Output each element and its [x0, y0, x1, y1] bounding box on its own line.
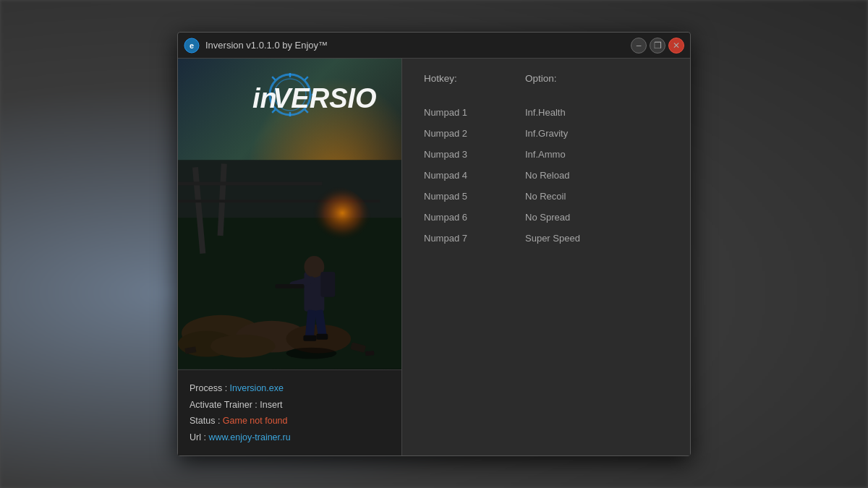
status-label: Status :	[190, 416, 223, 426]
table-row: Numpad 1 Inf.Health	[424, 103, 668, 122]
maximize-button[interactable]: ❒	[650, 38, 665, 53]
table-row: Numpad 5 No Recoil	[424, 187, 668, 206]
scene-svg	[178, 160, 401, 369]
hotkey-cell: Numpad 6	[424, 212, 525, 223]
window-body: in VERSION	[178, 59, 690, 455]
url-row: Url : www.enjoy-trainer.ru	[190, 429, 390, 446]
table-row: Numpad 3 Inf.Ammo	[424, 145, 668, 164]
url-value: www.enjoy-trainer.ru	[208, 432, 290, 442]
hotkey-cell: Numpad 5	[424, 191, 525, 202]
svg-point-20	[286, 185, 373, 265]
hotkey-cell: Numpad 2	[424, 128, 525, 139]
table-row: Numpad 6 No Spread	[424, 207, 668, 227]
svg-rect-34	[316, 334, 328, 340]
svg-rect-33	[303, 335, 316, 341]
svg-rect-28	[320, 272, 335, 297]
option-cell: Inf.Gravity	[525, 128, 668, 139]
minimize-button[interactable]: –	[631, 38, 647, 53]
table-header: Hotkey: Option:	[424, 73, 668, 88]
close-button[interactable]: ✕	[668, 38, 684, 53]
game-cover-inner: in VERSION	[178, 59, 401, 369]
hotkey-column-header: Hotkey:	[424, 73, 525, 84]
activate-row: Activate Trainer : Insert	[190, 397, 390, 414]
option-cell: Inf.Ammo	[525, 149, 668, 160]
hotkey-table: Hotkey: Option: Numpad 1 Inf.Health Nump…	[424, 73, 668, 248]
svg-rect-38	[365, 351, 374, 356]
option-cell: No Recoil	[525, 191, 668, 202]
info-panel: Process : Inversion.exe Activate Trainer…	[178, 369, 401, 455]
svg-text:VERSION: VERSION	[273, 83, 377, 114]
svg-point-25	[210, 335, 276, 358]
game-logo-svg: in VERSION	[203, 73, 377, 145]
svg-line-8	[272, 77, 275, 80]
hotkey-cell: Numpad 7	[424, 233, 525, 244]
option-cell: No Spread	[525, 212, 668, 223]
option-cell: No Reload	[525, 170, 668, 181]
process-value: Inversion.exe	[230, 383, 284, 393]
svg-rect-30	[276, 284, 305, 288]
scene-area	[178, 148, 401, 369]
hotkey-cell: Numpad 3	[424, 149, 525, 160]
process-row: Process : Inversion.exe	[190, 380, 390, 397]
left-panel: in VERSION	[178, 59, 402, 455]
game-logo-wrapper: in VERSION	[203, 73, 377, 148]
right-panel: Hotkey: Option: Numpad 1 Inf.Health Nump…	[402, 59, 690, 455]
window-controls: – ❒ ✕	[631, 38, 684, 53]
activate-label: Activate Trainer :	[190, 400, 260, 410]
hotkey-cell: Numpad 4	[424, 170, 525, 181]
svg-rect-18	[178, 181, 322, 185]
trainer-window: e Inversion v1.0.1.0 by Enjoy™ – ❒ ✕	[177, 32, 691, 456]
table-row: Numpad 2 Inf.Gravity	[424, 124, 668, 143]
app-icon: e	[184, 38, 200, 53]
svg-text:e: e	[190, 41, 194, 50]
hotkey-cell: Numpad 1	[424, 107, 525, 118]
url-label: Url :	[190, 432, 208, 442]
option-column-header: Option:	[525, 73, 668, 84]
activate-value: Insert	[260, 400, 282, 410]
option-cell: Super Speed	[525, 233, 668, 244]
table-row: Numpad 4 No Reload	[424, 166, 668, 185]
process-label: Process :	[190, 383, 230, 393]
status-value: Game not found	[223, 416, 288, 426]
title-bar: e Inversion v1.0.1.0 by Enjoy™ – ❒ ✕	[178, 33, 690, 59]
option-cell: Inf.Health	[525, 107, 668, 118]
game-cover: in VERSION	[178, 59, 401, 369]
svg-point-35	[286, 348, 337, 359]
table-row: Numpad 7 Super Speed	[424, 228, 668, 248]
window-title: Inversion v1.0.1.0 by Enjoy™	[205, 40, 631, 51]
svg-line-10	[305, 77, 307, 80]
status-row: Status : Game not found	[190, 413, 390, 429]
hotkey-rows: Numpad 1 Inf.Health Numpad 2 Inf.Gravity…	[424, 103, 668, 248]
